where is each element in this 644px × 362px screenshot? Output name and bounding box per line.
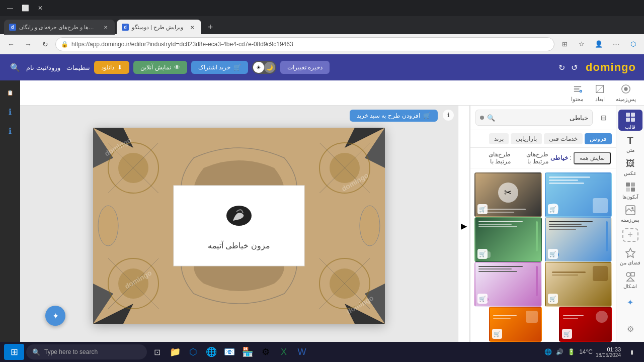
sidebar-item1[interactable]: ℹ xyxy=(2,104,18,120)
nav-back[interactable]: ← xyxy=(4,37,18,51)
preview-button[interactable]: 👁 نمایش آنلاین xyxy=(133,61,187,74)
nav-reload[interactable]: ↻ xyxy=(38,37,52,51)
template-7-cart[interactable]: 🛒 xyxy=(562,329,572,339)
taskbar-mail[interactable]: 📧 xyxy=(221,344,237,360)
icon-panel-my-space[interactable]: فضای من xyxy=(618,246,642,267)
add-panel-button[interactable]: + xyxy=(622,228,638,242)
nav-edge-icon[interactable]: ⬡ xyxy=(626,37,640,51)
template-card-3[interactable]: 🛒 xyxy=(545,217,612,262)
search-box[interactable]: خیاطی 🔍 xyxy=(475,110,593,126)
template-card-4[interactable]: 🛒 xyxy=(474,217,542,262)
svg-point-1 xyxy=(624,87,627,90)
icon-panel-icons[interactable]: آیکون‌ها xyxy=(618,179,642,201)
taskbar-word[interactable]: W xyxy=(294,344,310,360)
new-tab-button[interactable]: + xyxy=(203,20,217,34)
address-bar[interactable]: 🔒 https://app.domingo.ir/editor?industry… xyxy=(55,37,554,51)
svg-rect-39 xyxy=(631,188,635,192)
window-close[interactable]: ✕ xyxy=(34,2,46,14)
sidebar-item2[interactable]: ℹ xyxy=(2,123,18,139)
show-all-button[interactable]: نمایش همه xyxy=(574,152,611,164)
auth-link[interactable]: ورود/ثبت نام xyxy=(26,64,60,71)
icon-panel-settings[interactable]: ⚙ xyxy=(618,316,642,342)
download-button[interactable]: ⬇ دانلود xyxy=(94,61,129,74)
clock-area[interactable]: 01:33 18/05/2024 xyxy=(596,346,621,358)
start-button[interactable]: ⊞ xyxy=(4,344,24,360)
template-3-cart[interactable]: 🛒 xyxy=(548,249,558,259)
toolbar-background[interactable]: پس‌زمینه xyxy=(616,83,636,103)
icon-panel-ai[interactable]: ✦ xyxy=(618,293,642,314)
filter-button[interactable]: ⊟ xyxy=(597,111,611,125)
background-label: پس‌زمینه xyxy=(621,217,639,223)
keyword-text: خیاطی xyxy=(550,154,568,161)
taskbar-excel[interactable]: X xyxy=(276,344,292,360)
icon-panel-photo[interactable]: 🖼 عکس xyxy=(618,156,642,177)
toolbar-content[interactable]: محتوا xyxy=(571,83,584,103)
tab-1[interactable]: d قالب‌ها و طرح‌های حرفه‌ای و رایگان ✕ xyxy=(4,20,115,35)
settings-link[interactable]: تنظیمات xyxy=(66,64,90,71)
related-label: طرح‌های مرتبط با xyxy=(513,151,548,165)
icon-panel-text[interactable]: T متن xyxy=(618,133,642,154)
network-icon[interactable]: 🌐 xyxy=(544,348,552,355)
tab-1-close[interactable]: ✕ xyxy=(102,23,110,31)
search-clear-dot[interactable] xyxy=(480,116,484,120)
volume-icon[interactable]: 🔊 xyxy=(556,348,564,355)
nav-forward[interactable]: → xyxy=(21,37,35,51)
nav-more[interactable]: ⋯ xyxy=(609,37,623,51)
tab-2-close[interactable]: ✕ xyxy=(188,23,196,31)
cat-tab-technical[interactable]: خدمات فنی xyxy=(544,133,583,144)
template-card-6[interactable]: 🛒 xyxy=(474,262,542,307)
taskbar-file-explorer[interactable]: 📁 xyxy=(167,344,183,360)
template-4-cart[interactable]: 🛒 xyxy=(477,249,488,259)
canvas-info-button[interactable]: ℹ xyxy=(443,110,454,121)
taskbar-store[interactable]: 🏪 xyxy=(239,344,256,360)
window-minimize[interactable]: — xyxy=(4,2,16,14)
template-card-7[interactable]: 🛒 xyxy=(559,307,612,342)
taskbar-settings2[interactable]: ⚙ xyxy=(258,344,274,360)
template-8-cart[interactable]: 🛒 xyxy=(492,329,502,339)
svg-point-28 xyxy=(360,206,380,246)
cat-tab-marketing[interactable]: بازاریابی xyxy=(511,133,542,144)
template-card-8[interactable]: 🛒 xyxy=(489,307,542,342)
undo-button[interactable]: ↺ xyxy=(569,62,580,73)
add-to-cart-button[interactable]: 🛒 افزودن طرح به سبد خرید xyxy=(350,110,438,122)
tab-2-favicon: d xyxy=(122,24,129,31)
save-button[interactable]: ذخیره تغییرات xyxy=(280,61,330,74)
theme-toggle[interactable]: 🌙 ☀ xyxy=(252,61,276,74)
template-2-cart[interactable]: 🛒 xyxy=(477,204,488,214)
nav-profile[interactable]: 👤 xyxy=(592,37,606,51)
icon-panel-shapes[interactable]: اشکال xyxy=(618,269,642,290)
system-tray-icons: 🌐 🔊 🔋 14°C xyxy=(544,348,593,355)
taskbar-search[interactable]: 🔍 Type here to search xyxy=(26,344,147,359)
tab-2[interactable]: d ویرایش طرح | دومینگو ✕ xyxy=(117,20,201,35)
right-panel-header: ⊟ خیاطی 🔍 xyxy=(470,106,616,130)
template-card-1[interactable]: 🛒 xyxy=(545,172,612,217)
show-desktop-button[interactable]: ▮ xyxy=(624,344,640,360)
magic-button[interactable]: ✦ xyxy=(45,306,65,326)
template-1-cart[interactable]: 🛒 xyxy=(548,204,558,214)
window-maximize[interactable]: ⬜ xyxy=(19,2,31,14)
sidebar-paste-icon[interactable]: 📋 xyxy=(2,84,18,101)
redo-button[interactable]: ↻ xyxy=(556,62,567,73)
tab-1-favicon: d xyxy=(9,24,16,31)
icon-panel-background[interactable]: پس‌زمینه xyxy=(618,203,642,224)
task-view-button[interactable]: ⊡ xyxy=(149,344,165,360)
cat-tab-sell[interactable]: فروش xyxy=(585,133,612,144)
global-search-icon[interactable]: 🔍 xyxy=(8,60,22,74)
design-canvas[interactable]: مزون خیاطی آتیمه domingo domingo domingo… xyxy=(93,128,385,324)
template-card-5[interactable]: 🛒 xyxy=(545,262,612,307)
icon-panel-template[interactable]: قالب xyxy=(618,110,642,131)
text-label: متن xyxy=(626,147,634,153)
browser-nav: ← → ↻ 🔒 https://app.domingo.ir/editor?in… xyxy=(0,34,644,54)
template-6-cart[interactable]: 🛒 xyxy=(477,294,488,304)
nav-favorites[interactable]: ☆ xyxy=(575,37,589,51)
panel-toggle-arrow[interactable]: ▶ xyxy=(458,106,470,346)
subscribe-button[interactable]: 🛒 خرید اشتراک xyxy=(191,61,248,74)
toolbar-dimensions[interactable]: ابعاد xyxy=(594,83,606,103)
taskbar-chrome[interactable]: 🌐 xyxy=(203,344,219,360)
nav-extensions[interactable]: ⊞ xyxy=(557,37,572,51)
cat-tab-brand[interactable]: برند xyxy=(489,133,509,144)
taskbar-edge[interactable]: ⬡ xyxy=(185,344,201,360)
template-card-2[interactable]: ✂ 🛒 xyxy=(474,172,542,217)
svg-rect-32 xyxy=(626,113,630,117)
template-5-cart[interactable]: 🛒 xyxy=(548,294,558,304)
